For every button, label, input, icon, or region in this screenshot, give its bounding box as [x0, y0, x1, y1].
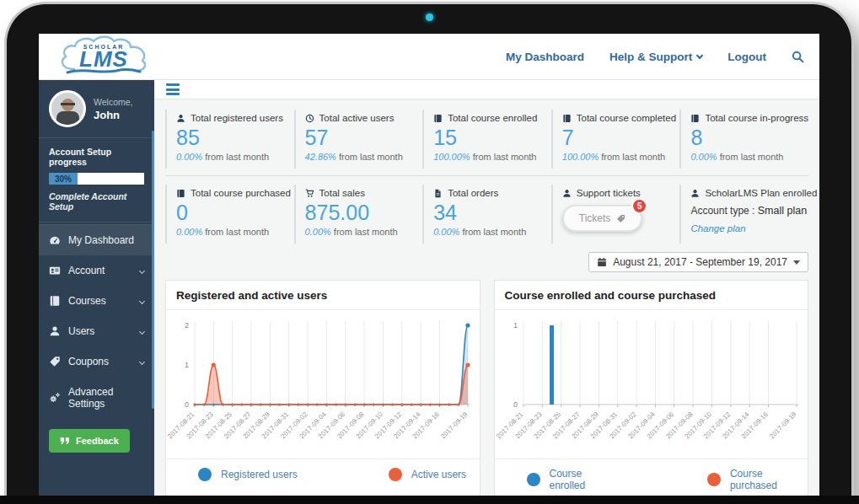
- stat-suffix: from last month: [202, 152, 269, 162]
- tickets-button-label: Tickets: [579, 212, 611, 224]
- scholar-lms-logo: SCHOLAR LMS: [52, 34, 155, 79]
- legend-course-enrolled[interactable]: Course enrolled: [527, 468, 616, 491]
- stat-label: Total sales: [319, 188, 365, 198]
- stat-total-active-users: Total active users 57 42.86% from last m…: [294, 110, 423, 169]
- sidebar-item-coupons[interactable]: Coupons: [39, 346, 154, 377]
- legend-dot-orange: [389, 468, 402, 481]
- charts-row: Registered and active users 0122017-08-2…: [165, 280, 808, 497]
- svg-text:2: 2: [185, 321, 189, 330]
- legend-dot-blue: [198, 468, 212, 481]
- chart-registered-active-users: Registered and active users 0122017-08-2…: [165, 280, 481, 497]
- sidebar: Welcome, John Account Setup progress 30%…: [39, 80, 154, 497]
- svg-text:2017-09-19: 2017-09-19: [439, 410, 470, 441]
- sidebar-item-label: Courses: [68, 295, 106, 307]
- user-icon: [176, 114, 185, 123]
- chevron-down-icon: [696, 51, 703, 58]
- chart-title: Course enrolled and course purchased: [495, 281, 808, 310]
- welcome-label: Welcome,: [94, 97, 133, 107]
- stat-label: Total course enrolled: [448, 113, 537, 123]
- clock-icon: [305, 114, 314, 123]
- sidebar-item-my-dashboard[interactable]: My Dashboard: [39, 224, 154, 255]
- stat-suffix: from last month: [331, 227, 398, 237]
- screen: SCHOLAR LMS My Dashboard Help & Support …: [39, 34, 819, 497]
- stat-label: Support tickets: [577, 188, 641, 198]
- legend-course-purchased[interactable]: Course purchased: [707, 468, 808, 491]
- search-icon[interactable]: [792, 51, 804, 63]
- complete-account-setup-link[interactable]: Complete Account Setup: [49, 191, 144, 212]
- stat-label: Total orders: [448, 188, 498, 198]
- line-chart[interactable]: 0122017-08-212017-08-232017-08-252017-08…: [169, 314, 475, 458]
- sidebar-item-account[interactable]: Account: [39, 255, 154, 286]
- stat-total-orders: Total orders 34 0.00% from last month: [422, 185, 551, 244]
- date-range-picker[interactable]: August 21, 2017 - September 19, 2017: [588, 252, 808, 272]
- stat-label: Total registered users: [191, 113, 283, 123]
- sidebar-item-label: Coupons: [68, 356, 109, 367]
- dashboard-icon: [49, 234, 61, 246]
- book-icon: [433, 114, 443, 123]
- book-icon: [562, 114, 572, 123]
- user-icon: [49, 325, 61, 337]
- user-icon: [562, 189, 572, 198]
- nav-logout[interactable]: Logout: [727, 51, 766, 63]
- camera-dot: [426, 13, 433, 21]
- legend-registered-users[interactable]: Registered users: [198, 468, 298, 481]
- sidebar-item-advanced-settings[interactable]: Advanced Settings: [39, 377, 154, 419]
- app-header: SCHOLAR LMS My Dashboard Help & Support …: [39, 34, 819, 80]
- stat-value: 57: [305, 126, 418, 150]
- main-area: Total registered users 85 0.00% from las…: [154, 80, 819, 497]
- stat-value: 15: [433, 126, 546, 150]
- nav-logout-label: Logout: [727, 51, 766, 63]
- change-plan-link[interactable]: Change plan: [690, 223, 803, 233]
- quote-icon: [60, 437, 70, 445]
- stat-suffix: from last month: [202, 227, 269, 237]
- nav-help-support[interactable]: Help & Support: [609, 51, 702, 63]
- stat-label: Total active users: [319, 113, 395, 123]
- account-setup-label: Account Setup progress: [49, 147, 144, 167]
- stat-value: 8: [690, 126, 803, 150]
- legend-label: Course purchased: [730, 468, 808, 491]
- stat-suffix: from last month: [470, 152, 537, 162]
- legend-dot-blue: [527, 473, 540, 486]
- legend-label: Active users: [411, 469, 466, 480]
- sidebar-item-users[interactable]: Users: [39, 316, 154, 346]
- stat-value: 0: [176, 201, 289, 225]
- date-bar: August 21, 2017 - September 19, 2017: [165, 252, 808, 272]
- nav-my-dashboard[interactable]: My Dashboard: [506, 51, 584, 63]
- sidebar-item-label: My Dashboard: [68, 234, 134, 246]
- chevron-down-icon: [139, 267, 145, 273]
- main-toolbar: [154, 80, 819, 99]
- chevron-down-icon: [139, 298, 145, 303]
- svg-text:1: 1: [513, 321, 517, 330]
- sidebar-item-label: Users: [68, 325, 94, 337]
- svg-text:0: 0: [185, 400, 189, 409]
- stats-row-1: Total registered users 85 0.00% from las…: [165, 110, 808, 169]
- legend-active-users[interactable]: Active users: [389, 468, 466, 481]
- stat-percent: 0.00%: [305, 227, 331, 237]
- nav-my-dashboard-label: My Dashboard: [506, 51, 584, 63]
- hamburger-menu-icon[interactable]: [163, 80, 183, 99]
- stat-label: ScholarLMS Plan enrolled: [705, 188, 817, 198]
- tickets-button[interactable]: Tickets: [562, 205, 643, 232]
- device-base: [0, 496, 859, 504]
- account-type-label: Account type :: [690, 205, 757, 217]
- sidebar-scrollbar[interactable]: [152, 131, 154, 409]
- sidebar-item-courses[interactable]: Courses: [39, 286, 154, 316]
- tag-icon: [616, 214, 625, 223]
- bar-chart[interactable]: 012017-08-212017-08-232017-08-252017-08-…: [498, 314, 803, 458]
- tag-icon: [49, 356, 61, 367]
- stat-percent: 100.00%: [433, 152, 470, 162]
- stat-suffix: from last month: [717, 152, 784, 162]
- stat-value: 34: [433, 201, 546, 225]
- nav-help-support-label: Help & Support: [609, 51, 692, 63]
- avatar: [49, 90, 86, 127]
- account-type-value: Small plan: [758, 205, 807, 217]
- stat-plan-enrolled: ScholarLMS Plan enrolled Account type : …: [679, 185, 808, 244]
- legend-label: Course enrolled: [550, 468, 616, 491]
- feedback-button[interactable]: Feedback: [49, 429, 130, 453]
- legend-dot-orange: [707, 473, 721, 486]
- app-body: Welcome, John Account Setup progress 30%…: [39, 80, 819, 497]
- sidebar-item-label: Advanced Settings: [68, 386, 144, 410]
- chevron-down-icon: [139, 328, 145, 334]
- stat-suffix: from last month: [336, 152, 403, 162]
- stat-suffix: from last month: [599, 152, 665, 162]
